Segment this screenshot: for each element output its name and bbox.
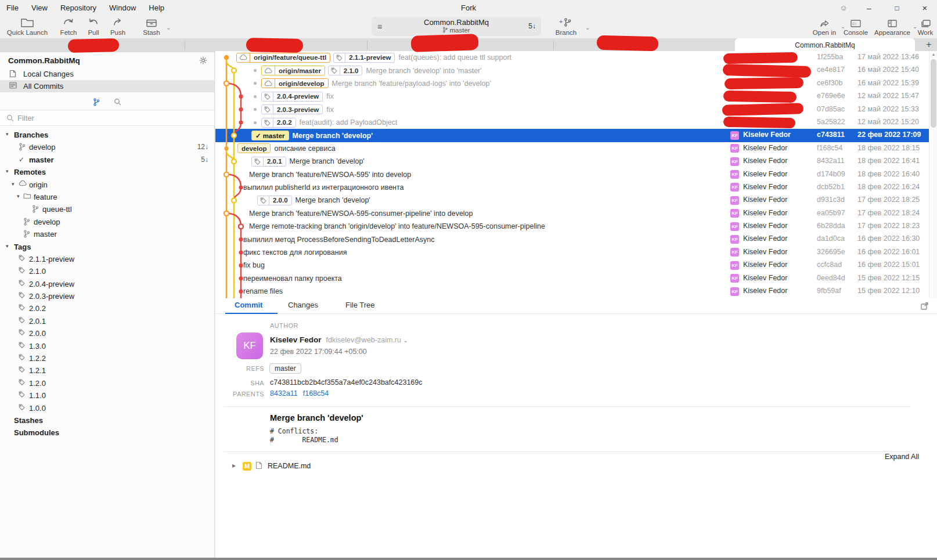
tree-item-develop[interactable]: develop: [0, 216, 214, 228]
sidebar-item-all-commits[interactable]: All Commits: [0, 80, 214, 92]
repo-selector-name: Common.RabbitMq: [372, 17, 541, 27]
scrollbar-thumb[interactable]: [931, 59, 936, 128]
filter-input[interactable]: Filter: [0, 111, 214, 126]
work-button[interactable]: Work: [915, 17, 936, 36]
tree-item-2-0-4-preview[interactable]: 2.0.4-preview: [0, 278, 214, 290]
tree-item-1-1-0[interactable]: 1.1.0: [0, 389, 214, 402]
pull-button[interactable]: Pull: [82, 17, 104, 36]
branch-view-icon[interactable]: [93, 98, 100, 106]
tree-item-1-2-1[interactable]: 1.2.1: [0, 364, 214, 377]
open-external-icon[interactable]: [920, 302, 929, 310]
tree-item-1-2-2[interactable]: 1.2.2: [0, 352, 214, 364]
commit-row[interactable]: 2.0.1Merge branch 'develop'KFKiselev Fed…: [215, 155, 929, 168]
commit-row[interactable]: 2.0.2feat(audit): add PayloadObject5a258…: [215, 116, 929, 129]
cloud-icon: [262, 66, 275, 75]
tree-section-submodules[interactable]: Submodules: [0, 427, 214, 439]
commit-row[interactable]: фикс текстов для логированияKFKiselev Fe…: [215, 246, 929, 259]
tree-item-2-0-3-preview[interactable]: 2.0.3-preview: [0, 290, 214, 302]
commit-list-scrollbar[interactable]: ▲ ▼: [929, 51, 937, 305]
maximize-button[interactable]: □: [887, 0, 907, 16]
commit-row[interactable]: origin/developMerge branch 'feature/payl…: [215, 77, 929, 90]
commit-row[interactable]: 2.0.0Merge branch 'develop'KFKiselev Fed…: [215, 194, 929, 207]
appearance-button[interactable]: Appearance: [872, 17, 913, 36]
tree-item-2-0-0[interactable]: 2.0.0: [0, 327, 214, 339]
tag-icon: [19, 329, 25, 335]
commit-hash: dcb52b1: [817, 183, 855, 191]
chevron-down-icon[interactable]: ⌄: [166, 24, 171, 31]
tree-item-master[interactable]: master: [0, 228, 214, 240]
tree-section-remotes[interactable]: ▾Remotes: [0, 166, 214, 178]
tree-item-feature[interactable]: ▾feature: [0, 191, 214, 203]
commit-author: Kiselev Fedor: [743, 183, 816, 191]
tag-icon: [262, 105, 273, 114]
commit-row[interactable]: Merge remote-tracking branch 'origin/dev…: [215, 220, 929, 233]
detail-tab-file-tree[interactable]: File Tree: [345, 301, 375, 309]
avatar: KF: [730, 274, 739, 283]
close-button[interactable]: ×: [915, 0, 935, 16]
search-view-icon[interactable]: [114, 98, 121, 106]
commit-row[interactable]: ✓ masterMerge branch 'develop'KFKiselev …: [215, 129, 929, 142]
commit-row[interactable]: 2.0.3-previewfix07d85ac12 май 2022 15:33: [215, 103, 929, 116]
window-bottom-edge: [0, 558, 937, 560]
commit-row[interactable]: 2.0.4-previewfixe769e6e12 май 2022 15:47: [215, 90, 929, 103]
commit-row[interactable]: Merge branch 'feature/NEWSOA-595' into d…: [215, 168, 929, 181]
quick-launch-button[interactable]: Quick Launch: [6, 17, 49, 36]
expand-all-button[interactable]: Expand All: [885, 453, 919, 461]
scroll-up-icon[interactable]: ▲: [929, 52, 937, 56]
tree-item-2-1-0[interactable]: 2.1.0: [0, 265, 214, 277]
commit-row[interactable]: fix bugKFKiselev Fedorccfc8ad16 фев 2022…: [215, 259, 929, 272]
tree-item-master[interactable]: ✓master5↓: [0, 154, 214, 166]
commit-row[interactable]: developописание сервисаKFKiselev Fedorf1…: [215, 142, 929, 155]
commit-dot-icon: [254, 82, 257, 85]
commit-message: Merge branch 'feature/NEWSOA-595-consume…: [249, 209, 473, 218]
detail-tab-commit[interactable]: Commit: [235, 301, 262, 309]
feedback-smiley-icon[interactable]: ☺: [834, 0, 853, 16]
tag-icon: [19, 379, 25, 385]
console-button[interactable]: C:\Console: [841, 17, 871, 36]
chevron-down-icon[interactable]: ⌄: [585, 24, 590, 31]
parent-link[interactable]: 8432a11: [270, 389, 298, 398]
tree-item-1-3-0[interactable]: 1.3.0: [0, 340, 214, 352]
commit-row[interactable]: origin/feature/queue-ttl2.1.1-previewfea…: [215, 51, 929, 64]
tab-common-rabbitmq[interactable]: Common.RabbitMq: [735, 38, 915, 52]
create-branch-button[interactable]: + Branch: [548, 17, 584, 36]
stash-button[interactable]: Stash: [138, 17, 165, 36]
commit-row[interactable]: переименовал папку проектаKFKiselev Fedo…: [215, 272, 929, 285]
tree-item-1-0-0[interactable]: 1.0.0: [0, 402, 214, 414]
commit-row[interactable]: Merge branch 'feature/NEWSOA-595-consume…: [215, 207, 929, 220]
tag-icon: [19, 292, 25, 298]
author-email[interactable]: fdkiselev@web-zaim.ru ⌄: [326, 336, 408, 344]
commit-hash: d931c3d: [817, 196, 855, 204]
tree-item-develop[interactable]: develop12↓: [0, 141, 214, 153]
tree-section-stashes[interactable]: Stashes: [0, 414, 214, 427]
branch-icon: [23, 218, 30, 226]
commit-row[interactable]: выпилил publisherId из интеграционного и…: [215, 181, 929, 194]
detail-tab-changes[interactable]: Changes: [288, 301, 318, 309]
tree-item-2-1-1-preview[interactable]: 2.1.1-preview: [0, 253, 214, 265]
tree-section-tags[interactable]: ▾Tags: [0, 241, 214, 253]
tree-item-origin[interactable]: ▾origin: [0, 179, 214, 191]
parent-link[interactable]: f168c54: [303, 389, 329, 398]
commit-row[interactable]: origin/master2.1.0Merge branch 'develop'…: [215, 64, 929, 77]
tree-item-2-0-2[interactable]: 2.0.2: [0, 302, 214, 315]
open-in-button[interactable]: Open in: [808, 17, 841, 36]
fetch-button[interactable]: Fetch: [56, 17, 81, 36]
minimize-button[interactable]: –: [859, 0, 879, 16]
repo-selector[interactable]: ≡ Common.RabbitMq master 5↓: [372, 17, 541, 36]
push-button[interactable]: Push: [106, 17, 130, 36]
gear-icon[interactable]: [199, 56, 207, 64]
tree-item-1-2-0[interactable]: 1.2.0: [0, 377, 214, 389]
check-icon: ✓: [19, 156, 24, 164]
commit-date: 17 фев 2022 18:23: [857, 222, 922, 230]
avatar: KF: [730, 235, 739, 244]
commit-row[interactable]: rename filesKFKiselev Fedor9fb59af15 фев…: [215, 285, 929, 298]
sidebar-item-local-changes[interactable]: Local Changes: [0, 68, 214, 80]
tree-item-2-0-1[interactable]: 2.0.1: [0, 315, 214, 327]
tree-item-queue-ttl[interactable]: queue-ttl: [0, 203, 214, 215]
sidebar: Common.RabbitMq Local ChangesAll Commits…: [0, 52, 215, 558]
tree-section-branches[interactable]: ▾Branches: [0, 129, 214, 141]
add-tab-button[interactable]: +: [922, 38, 936, 52]
tag-icon: [19, 342, 25, 348]
expand-triangle-icon[interactable]: ▶: [232, 463, 236, 468]
commit-row[interactable]: выпилил метод ProcessBeforeSendingToDead…: [215, 233, 929, 245]
